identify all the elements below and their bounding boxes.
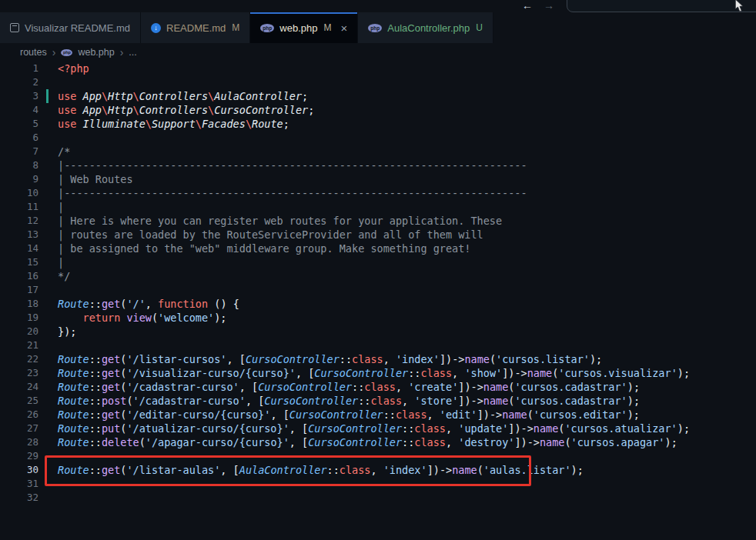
code-line-8[interactable]: 8|--------------------------------------… bbox=[0, 158, 756, 172]
code-line-15[interactable]: 15| bbox=[0, 255, 756, 269]
code-text: | Here is where you can register web rou… bbox=[49, 214, 502, 228]
line-number: 25 bbox=[0, 394, 38, 408]
line-number: 11 bbox=[0, 200, 38, 214]
code-line-20[interactable]: 20}); bbox=[0, 325, 756, 338]
code-line-27[interactable]: 27Route::put('/atualizar-curso/{curso}',… bbox=[0, 422, 756, 435]
tab-bar: Visualizar README.md↓README.mdMphpweb.ph… bbox=[0, 12, 756, 43]
line-number: 15 bbox=[0, 255, 38, 269]
line-number: 1 bbox=[0, 62, 38, 75]
code-text: }); bbox=[49, 325, 76, 338]
code-line-17[interactable]: 17 bbox=[0, 283, 756, 297]
tab-label: web.php bbox=[279, 22, 317, 34]
code-line-19[interactable]: 19 return view('welcome'); bbox=[0, 311, 756, 325]
breadcrumb-item-[interactable]: ... bbox=[129, 47, 136, 58]
code-text: Route::get('/listar-aulas', [AulaControl… bbox=[49, 463, 584, 477]
code-line-28[interactable]: 28Route::delete('/apagar-curso/{curso}',… bbox=[0, 435, 756, 449]
code-line-13[interactable]: 13| routes are loaded by the RouteServic… bbox=[0, 228, 756, 242]
code-editor[interactable]: 1<?php23use App\Http\Controllers\AulaCon… bbox=[0, 62, 756, 505]
code-line-32[interactable]: 32 bbox=[0, 491, 756, 505]
breadcrumb-item-web-php[interactable]: web.php bbox=[78, 47, 114, 58]
tab-web-php[interactable]: phpweb.phpM× bbox=[250, 12, 358, 43]
chevron-right-icon: › bbox=[120, 47, 124, 58]
code-line-30[interactable]: 30Route::get('/listar-aulas', [AulaContr… bbox=[0, 463, 756, 477]
code-line-14[interactable]: 14| be assigned to the "web" middleware … bbox=[0, 242, 756, 255]
code-line-6[interactable]: 6 bbox=[0, 131, 756, 145]
tab-label: AulaController.php bbox=[387, 22, 470, 34]
breadcrumb: routes›phpweb.php›... bbox=[0, 43, 756, 62]
code-text: return view('welcome'); bbox=[49, 311, 227, 325]
git-status-badge: M bbox=[232, 22, 239, 33]
line-number: 28 bbox=[0, 435, 38, 449]
breadcrumb-item-routes[interactable]: routes bbox=[20, 47, 47, 58]
line-number: 32 bbox=[0, 491, 38, 505]
tab-readme-md[interactable]: ↓README.mdM bbox=[141, 12, 250, 43]
line-number: 20 bbox=[0, 325, 38, 338]
code-line-29[interactable]: 29 bbox=[0, 449, 756, 463]
tab-aulacontroller-php[interactable]: phpAulaController.phpU bbox=[358, 12, 493, 43]
code-line-25[interactable]: 25Route::post('/cadastrar-curso', [Curso… bbox=[0, 394, 756, 408]
back-arrow-icon[interactable]: ← bbox=[522, 0, 533, 12]
code-text: /* bbox=[49, 145, 70, 158]
command-center-searchbox[interactable] bbox=[567, 0, 756, 12]
code-line-4[interactable]: 4use App\Http\Controllers\CursoControlle… bbox=[0, 103, 756, 117]
code-text: use Illuminate\Support\Facades\Route; bbox=[49, 117, 289, 131]
code-text: | be assigned to the "web" middleware gr… bbox=[49, 242, 470, 255]
tab-visualizar-readme-md[interactable]: Visualizar README.md bbox=[0, 12, 141, 43]
code-line-1[interactable]: 1<?php bbox=[0, 62, 756, 75]
code-text bbox=[49, 338, 58, 352]
line-number: 9 bbox=[0, 172, 38, 186]
line-number: 5 bbox=[0, 117, 38, 131]
php-file-icon: php bbox=[260, 24, 274, 32]
code-text bbox=[49, 75, 58, 89]
markdown-preview-icon bbox=[10, 23, 19, 32]
chevron-right-icon: › bbox=[52, 47, 56, 58]
line-number: 8 bbox=[0, 158, 38, 172]
line-number: 18 bbox=[0, 297, 38, 311]
code-text bbox=[49, 477, 58, 491]
code-line-9[interactable]: 9| Web Routes bbox=[0, 172, 756, 186]
code-text: Route::get('/', function () { bbox=[49, 297, 239, 311]
markdown-file-icon: ↓ bbox=[151, 23, 161, 33]
code-text: use App\Http\Controllers\CursoController… bbox=[49, 103, 314, 117]
code-text: Route::get('/listar-cursos', [CursoContr… bbox=[49, 352, 602, 366]
code-text bbox=[49, 449, 58, 463]
code-line-2[interactable]: 2 bbox=[0, 75, 756, 89]
code-line-31[interactable]: 31 bbox=[0, 477, 756, 491]
code-text: Route::post('/cadastrar-curso', [CursoCo… bbox=[49, 394, 640, 408]
code-text: | Web Routes bbox=[49, 172, 133, 186]
code-line-18[interactable]: 18Route::get('/', function () { bbox=[0, 297, 756, 311]
code-line-10[interactable]: 10|-------------------------------------… bbox=[0, 186, 756, 200]
line-number: 3 bbox=[0, 89, 38, 103]
code-line-26[interactable]: 26Route::get('/editar-curso/{curso}', [C… bbox=[0, 408, 756, 422]
code-line-23[interactable]: 23Route::get('/visualizar-curso/{curso}'… bbox=[0, 366, 756, 380]
code-text: */ bbox=[49, 269, 70, 283]
close-icon[interactable]: × bbox=[340, 22, 347, 34]
code-text: Route::get('/cadastrar-curso', [CursoCon… bbox=[49, 380, 640, 394]
line-number: 12 bbox=[0, 214, 38, 228]
code-line-24[interactable]: 24Route::get('/cadastrar-curso', [CursoC… bbox=[0, 380, 756, 394]
code-line-11[interactable]: 11| bbox=[0, 200, 756, 214]
line-number: 23 bbox=[0, 366, 38, 380]
line-number: 30 bbox=[0, 463, 38, 477]
code-text: <?php bbox=[49, 62, 89, 75]
line-number: 14 bbox=[0, 242, 38, 255]
editor[interactable]: 1<?php23use App\Http\Controllers\AulaCon… bbox=[0, 62, 756, 540]
code-line-7[interactable]: 7/* bbox=[0, 145, 756, 158]
code-text: | bbox=[49, 200, 64, 214]
code-line-5[interactable]: 5use Illuminate\Support\Facades\Route; bbox=[0, 117, 756, 131]
code-line-16[interactable]: 16*/ bbox=[0, 269, 756, 283]
line-number: 10 bbox=[0, 186, 38, 200]
code-text: Route::put('/atualizar-curso/{curso}', [… bbox=[49, 422, 690, 435]
forward-arrow-icon[interactable]: → bbox=[544, 0, 554, 12]
php-file-icon: php bbox=[368, 24, 382, 32]
line-number: 22 bbox=[0, 352, 38, 366]
code-line-12[interactable]: 12| Here is where you can register web r… bbox=[0, 214, 756, 228]
code-line-3[interactable]: 3use App\Http\Controllers\AulaController… bbox=[0, 89, 756, 103]
mouse-cursor-icon bbox=[733, 0, 744, 15]
code-line-22[interactable]: 22Route::get('/listar-cursos', [CursoCon… bbox=[0, 352, 756, 366]
php-file-icon: php bbox=[61, 49, 72, 56]
line-number: 2 bbox=[0, 75, 38, 89]
code-text: Route::delete('/apagar-curso/{curso}', [… bbox=[49, 435, 677, 449]
code-line-21[interactable]: 21 bbox=[0, 338, 756, 352]
code-text: |---------------------------------------… bbox=[49, 186, 527, 200]
